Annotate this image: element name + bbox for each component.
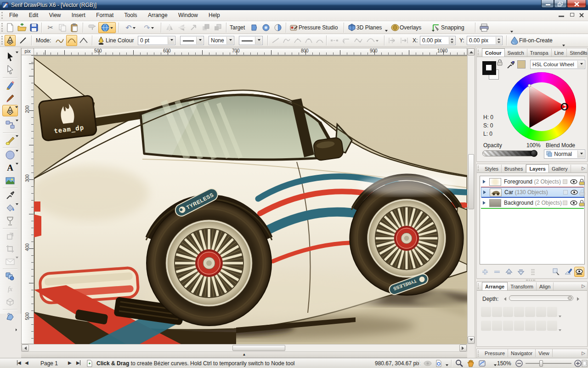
y-input[interactable]: 0.00 pix [467,36,503,45]
mode-smart-button[interactable] [54,35,65,46]
join-shapes-button[interactable] [536,321,546,331]
mdi-restore-button[interactable] [570,13,574,17]
fill-tool[interactable] [2,202,18,214]
lock-icon-unlocked[interactable] [579,189,585,196]
paste-button[interactable] [69,22,80,33]
mode-smooth-button[interactable] [66,35,77,46]
eyedropper-tool[interactable] [2,190,18,201]
node-line-button[interactable] [270,35,281,46]
mdi-close-button[interactable] [579,13,584,18]
page-label[interactable]: Page 1 [40,360,58,367]
close-button[interactable] [567,0,586,8]
target-shape2-button[interactable] [261,22,272,33]
open-button[interactable] [17,22,28,33]
zoom-slider-thumb[interactable] [539,360,543,367]
node-transform-b-button[interactable] [399,35,410,46]
flip-vertical-button[interactable] [176,22,187,33]
filter-effects-tool[interactable]: fx [2,283,18,295]
paintbrush-tool[interactable] [2,92,18,104]
send-back-one-button[interactable] [492,307,502,317]
depth-back-button[interactable] [502,297,506,301]
depth-thumb[interactable] [568,296,572,300]
tab-gallery[interactable]: Gallery [549,165,571,172]
menu-view[interactable]: View [45,10,66,20]
tab-line[interactable]: Line [552,49,567,57]
opacity-slider[interactable] [482,150,537,156]
divide-shapes-button[interactable] [547,321,557,331]
delete-layer-button[interactable] [493,268,501,276]
overlays-label[interactable]: Overlays [400,24,421,31]
menu-help[interactable]: Help [204,10,225,20]
next-page-button[interactable]: ▶ [68,360,72,365]
cut-button[interactable]: ✂ [45,22,56,33]
format-painter-button[interactable] [86,22,97,33]
visibility-eye-icon[interactable] [571,189,578,196]
menu-insert[interactable]: Insert [67,10,90,20]
copy-button[interactable] [57,22,68,33]
minimize-button[interactable] [541,0,554,8]
redo-button[interactable]: ↷ [141,22,157,33]
flip-horizontal-arr-button[interactable] [525,307,535,317]
tab-align[interactable]: Align [537,282,554,290]
line-cap-combo[interactable] [239,36,263,45]
ruler-units[interactable]: pix [21,48,34,55]
layers-tab-overflow[interactable]: ▷ [582,166,585,171]
transparency-tool[interactable] [2,215,18,227]
menu-edit[interactable]: Edit [24,10,43,20]
bring-forward-button[interactable] [200,22,211,33]
swatch-lock-icon[interactable] [497,59,503,66]
node-smart-button[interactable] [281,35,292,46]
line-width-combo[interactable]: 0 pt [138,36,175,45]
pressure-studio-icon[interactable] [288,22,300,33]
opacity-knob[interactable] [531,150,537,157]
horizontal-scrollbar[interactable] [21,344,467,352]
menu-arrange[interactable]: Arrange [143,10,172,20]
toolbar2-grip[interactable] [1,36,3,45]
paint-tool[interactable] [2,134,18,146]
fill-on-create-label[interactable]: Fill-on-Create [519,37,553,44]
expand-icon[interactable] [483,190,488,194]
tab-view[interactable]: View [536,349,553,357]
intersect-shapes-button[interactable] [503,321,513,331]
drawing-canvas[interactable]: team_dp [34,55,467,344]
tab-pressure[interactable]: Pressure [482,349,508,357]
mdi-minimize-button[interactable] [559,16,564,17]
close-curve-button[interactable] [329,35,340,46]
scroll-up-button[interactable] [468,48,475,56]
node-cusp-button[interactable] [303,35,314,46]
panel-splitter[interactable] [526,280,535,281]
zoom-percent[interactable]: 150% [497,360,511,367]
reverse-curve-button[interactable] [341,35,352,46]
3d-planes-label[interactable]: 3D Planes [356,24,382,31]
target-shape1-button[interactable] [249,22,260,33]
snapping-icon[interactable] [431,22,442,33]
new-document-button[interactable] [5,22,16,33]
crop-shapes-button[interactable] [525,321,535,331]
menubar-grip[interactable] [1,12,3,19]
3d-planes-icon[interactable] [346,22,357,33]
visibility-eye-icon[interactable] [570,200,577,206]
view-quality-icon[interactable] [479,360,486,367]
move-layer-down-button[interactable] [517,268,525,276]
bottom-tab-overflow[interactable]: ▷ [582,351,585,356]
node-transform-a-button[interactable] [387,35,398,46]
scroll-left-button[interactable] [22,345,29,351]
expand-icon[interactable] [483,180,487,184]
crop-tool[interactable] [2,243,18,254]
snapping-label[interactable]: Snapping [441,24,464,31]
combine-shapes-button[interactable] [514,321,524,331]
undo-button[interactable]: ↶ [122,22,139,33]
scroll-right-button[interactable] [459,345,467,351]
line-tool-button[interactable] [17,35,28,46]
menu-format[interactable]: Format [91,10,118,20]
mode-sharp-button[interactable] [78,35,89,46]
target-shape3-button[interactable] [273,22,284,33]
overlays-icon[interactable] [390,22,401,33]
vertical-scrollbar[interactable] [467,48,475,344]
lock-icon[interactable] [579,200,585,207]
rotate-button[interactable] [188,22,199,33]
fill-on-create-icon[interactable] [509,35,520,46]
edit-all-layers-button[interactable] [564,268,572,276]
restore-button[interactable] [554,0,567,8]
layer-row-background[interactable]: Background (2 Objects) [481,198,584,208]
